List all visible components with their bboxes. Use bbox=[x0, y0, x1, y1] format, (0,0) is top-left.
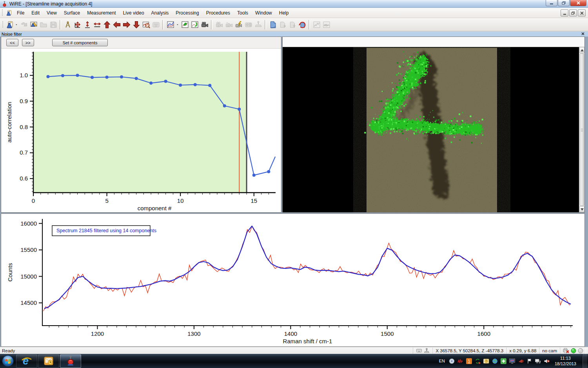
measure-distance-icon[interactable] bbox=[63, 20, 73, 30]
svg-text:Counts: Counts bbox=[7, 263, 13, 282]
volume-muted-icon[interactable] bbox=[544, 358, 550, 364]
expand-horizontal-icon[interactable] bbox=[92, 20, 102, 30]
language-indicator[interactable]: EN bbox=[438, 359, 446, 363]
system-tray: EN 11:13 18/12/2013 bbox=[438, 354, 588, 368]
set-components-button[interactable]: Set # components bbox=[52, 39, 108, 46]
shift-right-icon[interactable] bbox=[122, 20, 131, 30]
svg-text:0.6: 0.6 bbox=[20, 175, 28, 182]
svg-text:0: 0 bbox=[32, 197, 35, 204]
menu-item-tools[interactable]: Tools bbox=[234, 9, 252, 17]
taskbar-outlook[interactable] bbox=[38, 354, 59, 368]
close-button[interactable] bbox=[570, 0, 586, 6]
live-video-icon[interactable] bbox=[200, 20, 209, 30]
next-button[interactable]: >> bbox=[22, 39, 34, 46]
svg-text:14500: 14500 bbox=[20, 299, 37, 306]
menu-item-procedures[interactable]: Procedures bbox=[203, 9, 234, 17]
expand-vertical-icon[interactable] bbox=[82, 20, 92, 30]
cd-burner-icon[interactable] bbox=[449, 358, 455, 364]
scrollbar-thumb[interactable] bbox=[580, 53, 584, 206]
menu-item-file[interactable]: File bbox=[13, 9, 28, 17]
menu-item-view[interactable]: View bbox=[43, 9, 60, 17]
network-icon[interactable] bbox=[535, 358, 541, 364]
zoom-review-icon[interactable] bbox=[141, 20, 151, 30]
globe-icon[interactable] bbox=[492, 358, 498, 364]
display-settings-icon[interactable] bbox=[509, 358, 515, 364]
new-measurement-caret-icon[interactable] bbox=[14, 20, 19, 30]
toolbar-grip bbox=[2, 9, 3, 16]
shift-left-icon[interactable] bbox=[112, 20, 122, 30]
menu-item-measurement[interactable]: Measurement bbox=[83, 9, 119, 17]
stage-control-icon bbox=[243, 20, 253, 30]
overlay-view-icon bbox=[321, 20, 331, 30]
previous-button[interactable]: << bbox=[6, 39, 18, 46]
map-setup-icon[interactable] bbox=[190, 20, 200, 30]
run-queue-icon bbox=[19, 20, 29, 30]
measurement-setup-icon[interactable] bbox=[29, 20, 38, 30]
menu-item-live-video[interactable]: Live video bbox=[120, 9, 148, 17]
map-review-icon[interactable] bbox=[180, 20, 190, 30]
cursor-coordinates: x 0.29, y 6.88 bbox=[509, 348, 536, 353]
scroll-down-icon[interactable] bbox=[579, 206, 584, 212]
taskbar-wire[interactable] bbox=[60, 354, 81, 368]
joystick-status-icon bbox=[424, 348, 430, 353]
noise-filter-title: Noise filter bbox=[2, 32, 22, 36]
svg-text:1400: 1400 bbox=[284, 330, 297, 337]
sample-image-map bbox=[283, 47, 584, 212]
svg-text:[0]: [0] bbox=[217, 24, 219, 26]
video-illumination-icon[interactable] bbox=[234, 20, 243, 30]
child-close-button[interactable] bbox=[578, 9, 586, 16]
copy-data-icon[interactable] bbox=[268, 20, 278, 30]
image-scrollbar[interactable] bbox=[579, 47, 584, 212]
svg-text:1200: 1200 bbox=[91, 330, 104, 337]
java-icon[interactable] bbox=[466, 358, 472, 364]
status-message: Ready bbox=[2, 348, 15, 353]
shift-down-icon[interactable] bbox=[131, 20, 141, 30]
rotate-data-icon[interactable] bbox=[297, 20, 307, 30]
laser-on-led-icon bbox=[571, 348, 576, 353]
shift-up-icon[interactable] bbox=[102, 20, 112, 30]
toolbar-separator bbox=[162, 20, 164, 29]
minimize-button[interactable] bbox=[546, 0, 557, 6]
svg-text:1.0: 1.0 bbox=[20, 72, 28, 78]
append-data-icon bbox=[278, 20, 287, 30]
menu-item-edit[interactable]: Edit bbox=[28, 9, 43, 17]
stage-coordinates: X 36578.5, Y 50284.5, Z -45778.3 bbox=[436, 348, 503, 353]
autocorrelation-chart[interactable]: 0.60.70.80.91.0051015component #auto-cor… bbox=[1, 49, 281, 212]
show-desktop-button[interactable] bbox=[582, 354, 587, 368]
start-button[interactable] bbox=[1, 354, 15, 368]
flag-icon[interactable] bbox=[526, 358, 532, 364]
taskbar-internet-explorer[interactable]: e bbox=[16, 354, 37, 368]
menu-item-surface[interactable]: Surface bbox=[60, 9, 83, 17]
sync-icon[interactable] bbox=[475, 358, 481, 364]
horn-icon[interactable] bbox=[518, 358, 524, 364]
joystick-icon bbox=[253, 20, 263, 30]
child-restore-button[interactable] bbox=[569, 9, 577, 16]
window-title: WiRE - [Streamline image acquisition 4] bbox=[9, 1, 92, 7]
spectra-view-icon bbox=[312, 20, 321, 30]
menu-item-analysis[interactable]: Analysis bbox=[148, 9, 172, 17]
signal-trace-icon[interactable] bbox=[457, 358, 463, 364]
pan-data-icon[interactable] bbox=[73, 20, 82, 30]
chart-layout-caret-icon[interactable] bbox=[175, 20, 180, 30]
chart-layout-icon[interactable] bbox=[165, 20, 175, 30]
menu-item-help[interactable]: Help bbox=[276, 9, 292, 17]
save-icon bbox=[48, 20, 58, 30]
menu-item-window[interactable]: Window bbox=[252, 9, 276, 17]
new-measurement-icon[interactable] bbox=[4, 20, 14, 30]
noise-filter-close-icon[interactable] bbox=[581, 32, 586, 36]
health-icon[interactable] bbox=[501, 358, 506, 364]
video-spectra-icon: [0] bbox=[224, 20, 234, 30]
taskbar-clock[interactable]: 11:13 18/12/2013 bbox=[555, 355, 576, 367]
restore-button[interactable] bbox=[558, 0, 570, 6]
svg-text:Spectrum 21845 filtered using: Spectrum 21845 filtered using 14 compone… bbox=[56, 228, 156, 233]
toolbar-separator bbox=[309, 20, 310, 29]
menu-item-processing[interactable]: Processing bbox=[172, 9, 202, 17]
child-minimize-button[interactable] bbox=[561, 9, 568, 16]
svg-text:0.8: 0.8 bbox=[20, 124, 28, 130]
spectrum-panel: 1450015000155001600012001300140015001600… bbox=[1, 213, 585, 347]
svg-text:auto-correlation: auto-correlation bbox=[6, 102, 13, 142]
scroll-up-icon[interactable] bbox=[579, 47, 584, 53]
reminder-icon[interactable] bbox=[483, 358, 489, 364]
svg-text:15500: 15500 bbox=[20, 246, 37, 253]
wire-app-icon bbox=[2, 1, 7, 7]
